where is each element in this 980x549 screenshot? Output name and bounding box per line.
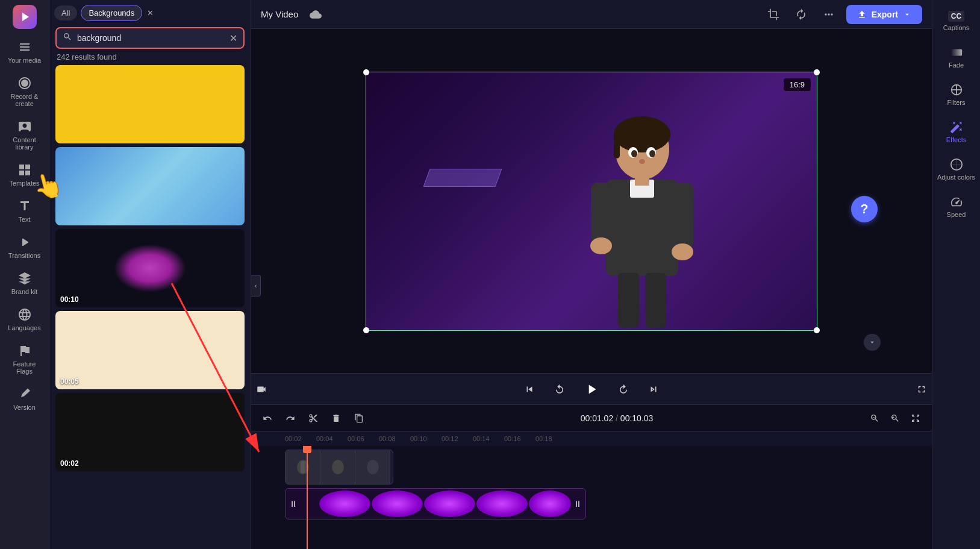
sidebar-item-version[interactable]: Version <box>3 382 46 416</box>
corner-handle-bl[interactable] <box>363 327 369 333</box>
redo-button[interactable] <box>281 409 299 427</box>
playhead-handle[interactable] <box>303 446 311 453</box>
svg-point-0 <box>21 80 28 87</box>
sidebar-label-feature-flags: Feature Flags <box>5 360 44 375</box>
panel-toggle-button[interactable] <box>864 334 881 351</box>
timeline-area: 00:01.02 / 00:10.03 00:02 <box>251 404 932 549</box>
sidebar-item-languages[interactable]: Languages <box>3 303 46 336</box>
search-clear-button[interactable]: ✕ <box>229 33 237 44</box>
bg-track[interactable]: ⏸ ⏸ <box>285 488 586 519</box>
panel-collapse-button[interactable]: ‹ <box>251 275 261 296</box>
video-track[interactable] <box>285 450 393 485</box>
video-track-row <box>256 450 932 485</box>
purple-glow-visual <box>114 244 186 292</box>
delete-button[interactable] <box>327 409 345 427</box>
crop-icon[interactable] <box>763 4 784 25</box>
track-pause-left-icon: ⏸ <box>289 499 298 509</box>
right-item-filters[interactable]: Filters <box>932 77 980 112</box>
search-icon <box>63 32 72 44</box>
zoom-out-button[interactable] <box>866 409 884 427</box>
play-button[interactable] <box>579 377 604 401</box>
track-pause-right-icon: ⏸ <box>573 499 582 509</box>
more-options-icon[interactable] <box>819 4 839 25</box>
corner-handle-tr[interactable] <box>814 69 820 75</box>
results-count: 242 results found <box>49 49 251 65</box>
right-sidebar: CC Captions Fade Filters Effects Adjust … <box>932 0 980 549</box>
tab-all[interactable]: All <box>54 5 77 20</box>
cut-button[interactable] <box>304 409 322 427</box>
speed-label: Speed <box>947 211 966 218</box>
timeline-time-display: 00:01.02 / 00:10.03 <box>581 413 654 423</box>
filters-label: Filters <box>947 99 966 106</box>
effects-label: Effects <box>946 136 966 143</box>
bg-oval-2 <box>372 491 423 517</box>
sidebar-item-transitions[interactable]: Transitions <box>3 230 46 264</box>
app-logo[interactable] <box>13 5 37 29</box>
svg-point-2 <box>614 116 670 152</box>
svg-point-14 <box>590 237 612 254</box>
right-item-effects[interactable]: Effects <box>932 115 980 149</box>
top-bar: My Video Export <box>251 0 932 29</box>
fit-timeline-button[interactable] <box>907 409 925 427</box>
right-item-adjust-colors[interactable]: Adjust colors <box>932 152 980 187</box>
timeline-playhead[interactable] <box>307 446 308 549</box>
video-canvas[interactable]: 16:9 <box>366 72 817 331</box>
sidebar-item-brand-kit[interactable]: Brand kit <box>3 266 46 300</box>
svg-rect-13 <box>672 183 693 249</box>
track-thumb-3 <box>355 450 390 484</box>
ruler-mark-0: 00:02 <box>282 435 314 442</box>
right-item-fade[interactable]: Fade <box>932 40 980 75</box>
undo-button[interactable] <box>258 409 276 427</box>
fullscreen-button[interactable] <box>911 379 932 400</box>
sidebar-item-templates[interactable]: Templates <box>3 158 46 192</box>
adjust-colors-icon <box>950 158 963 171</box>
sidebar-item-record-create[interactable]: Record & create <box>3 71 46 112</box>
track-thumb-2 <box>320 450 355 484</box>
ruler-mark-1: 00:04 <box>314 435 345 442</box>
forward-button[interactable] <box>613 379 634 400</box>
help-button[interactable]: ? <box>851 196 878 222</box>
export-button[interactable]: Export <box>846 5 922 24</box>
search-input[interactable] <box>77 33 225 43</box>
media-item-black[interactable]: 00:02 <box>55 393 245 471</box>
replay-button[interactable] <box>549 379 570 400</box>
effects-icon <box>950 121 963 134</box>
corner-handle-tl[interactable] <box>363 69 369 75</box>
right-item-captions[interactable]: CC Captions <box>932 5 980 37</box>
svg-rect-20 <box>301 461 305 473</box>
preview-controls <box>251 373 932 404</box>
filters-icon <box>950 83 963 96</box>
sidebar-item-text[interactable]: Text <box>3 194 46 228</box>
zoom-in-button[interactable] <box>886 409 904 427</box>
tab-backgrounds-close[interactable]: ✕ <box>147 8 154 17</box>
sidebar-item-your-media[interactable]: Your media <box>3 35 46 69</box>
corner-handle-br[interactable] <box>814 327 820 333</box>
timeline-ruler: 00:02 00:04 00:06 00:08 00:10 00:12 00:1… <box>251 431 932 446</box>
svg-rect-17 <box>645 273 666 327</box>
skip-forward-button[interactable] <box>643 379 664 400</box>
ruler-marks: 00:02 00:04 00:06 00:08 00:10 00:12 00:1… <box>282 435 932 442</box>
skip-back-button[interactable] <box>519 379 540 400</box>
fade-label: Fade <box>949 61 964 69</box>
timeline-toolbar: 00:01.02 / 00:10.03 <box>251 405 932 431</box>
sidebar-item-feature-flags[interactable]: Feature Flags <box>3 339 46 380</box>
media-item-yellow[interactable] <box>55 65 245 143</box>
ruler-mark-2: 00:06 <box>345 435 376 442</box>
camera-ctrl-button[interactable] <box>251 379 272 400</box>
bg-oval-4 <box>476 491 528 517</box>
ruler-mark-7: 00:16 <box>502 435 533 442</box>
sidebar-item-content-library[interactable]: Content library <box>3 115 46 155</box>
duplicate-button[interactable] <box>350 409 368 427</box>
right-item-speed[interactable]: Speed <box>932 189 980 224</box>
media-item-blue[interactable] <box>55 147 245 225</box>
aspect-ratio-badge: 16:9 <box>784 78 811 91</box>
tab-backgrounds[interactable]: Backgrounds <box>81 5 142 21</box>
cloud-save-icon[interactable] <box>305 4 326 25</box>
media-item-purple[interactable]: 00:10 <box>55 229 245 307</box>
main-content: My Video Export <box>251 0 932 549</box>
media-item-beige[interactable]: 00:05 <box>55 311 245 389</box>
media-duration-black: 00:02 <box>60 459 79 468</box>
video-track-content <box>285 450 932 485</box>
bg-oval-5 <box>529 491 571 517</box>
rotate-icon[interactable] <box>791 4 811 25</box>
